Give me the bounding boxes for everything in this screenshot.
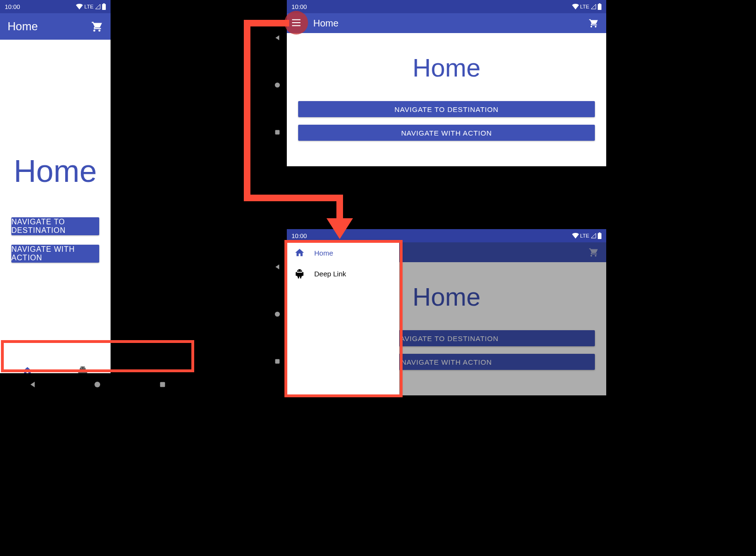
svg-rect-9 bbox=[275, 359, 279, 363]
phone-portrait-frame: 10:00 LTE Home Home NAVIGATE TO DESTINAT… bbox=[0, 0, 111, 390]
app-bar-title: Home bbox=[8, 20, 38, 33]
navigate-destination-button[interactable]: NAVIGATE TO DESTINATION bbox=[298, 101, 595, 117]
network-label: LTE bbox=[84, 4, 93, 9]
signal-icon bbox=[590, 4, 597, 9]
recents-key[interactable] bbox=[274, 128, 281, 136]
tablet-system-nav-bottom bbox=[268, 243, 287, 385]
svg-rect-5 bbox=[275, 130, 279, 134]
svg-point-1 bbox=[84, 368, 85, 368]
battery-icon bbox=[598, 232, 601, 239]
recents-key[interactable] bbox=[149, 380, 176, 389]
arrow-head bbox=[326, 218, 353, 239]
drawer-item-deeplink[interactable]: Deep Link bbox=[287, 263, 399, 284]
svg-point-6 bbox=[298, 270, 299, 271]
wifi-icon bbox=[572, 4, 579, 9]
drawer-item-home[interactable]: Home bbox=[287, 242, 399, 263]
phone-content: Home NAVIGATE TO DESTINATION NAVIGATE WI… bbox=[0, 40, 111, 361]
status-time: 10:00 bbox=[5, 3, 20, 10]
battery-icon bbox=[102, 3, 106, 10]
status-time: 10:00 bbox=[292, 3, 307, 10]
navigate-destination-button[interactable]: NAVIGATE TO DESTINATION bbox=[11, 217, 99, 235]
phone-system-nav bbox=[0, 373, 195, 396]
home-key[interactable] bbox=[274, 310, 281, 318]
app-bar: Home bbox=[287, 13, 606, 33]
nav-drawer: Home Deep Link bbox=[287, 242, 399, 395]
arrow-segment-h bbox=[244, 20, 289, 26]
back-key[interactable] bbox=[274, 34, 281, 42]
svg-point-0 bbox=[81, 368, 82, 368]
android-icon bbox=[294, 268, 305, 279]
arrow-segment-h2 bbox=[244, 195, 343, 201]
network-label: LTE bbox=[580, 4, 589, 9]
tablet-system-nav-top bbox=[268, 14, 287, 156]
app-bar: Home bbox=[0, 13, 111, 40]
tablet-landscape-frame: 10:00 LTE Home Home NAVIGATE TO DESTINAT… bbox=[287, 0, 606, 166]
svg-rect-3 bbox=[160, 382, 165, 387]
tablet-content: Home NAVIGATE TO DESTINATION NAVIGATE WI… bbox=[287, 33, 606, 166]
svg-point-4 bbox=[275, 83, 280, 88]
status-icons: LTE bbox=[572, 232, 601, 239]
home-key[interactable] bbox=[274, 81, 281, 89]
app-bar-title: Home bbox=[313, 18, 338, 29]
arrow-segment-v1 bbox=[244, 20, 250, 201]
status-bar: 10:00 LTE bbox=[0, 0, 111, 13]
svg-point-8 bbox=[275, 312, 280, 317]
signal-icon bbox=[590, 233, 597, 239]
status-time: 10:00 bbox=[292, 232, 307, 240]
battery-icon bbox=[598, 3, 601, 10]
navigate-action-button[interactable]: NAVIGATE WITH ACTION bbox=[298, 125, 595, 141]
drawer-item-home-label: Home bbox=[314, 249, 333, 257]
cart-icon[interactable] bbox=[91, 20, 103, 33]
signal-icon bbox=[94, 4, 101, 9]
svg-point-2 bbox=[94, 382, 100, 387]
status-bar: 10:00 LTE bbox=[287, 0, 606, 13]
recents-key[interactable] bbox=[274, 358, 281, 365]
drawer-item-deeplink-label: Deep Link bbox=[314, 270, 346, 278]
home-key[interactable] bbox=[84, 380, 111, 389]
arrow-segment-v2 bbox=[336, 195, 343, 221]
wifi-icon bbox=[76, 4, 83, 9]
network-label: LTE bbox=[580, 233, 589, 239]
cart-icon[interactable] bbox=[588, 18, 599, 28]
svg-point-7 bbox=[301, 270, 301, 271]
wifi-icon bbox=[572, 233, 579, 239]
navigate-action-button[interactable]: NAVIGATE WITH ACTION bbox=[11, 245, 99, 263]
home-icon bbox=[294, 248, 305, 258]
status-icons: LTE bbox=[572, 3, 601, 10]
back-key[interactable] bbox=[274, 263, 281, 271]
page-title: Home bbox=[412, 53, 481, 82]
back-key[interactable] bbox=[19, 380, 46, 389]
status-icons: LTE bbox=[76, 3, 105, 10]
hamburger-icon bbox=[291, 19, 301, 26]
page-title: Home bbox=[14, 153, 97, 189]
